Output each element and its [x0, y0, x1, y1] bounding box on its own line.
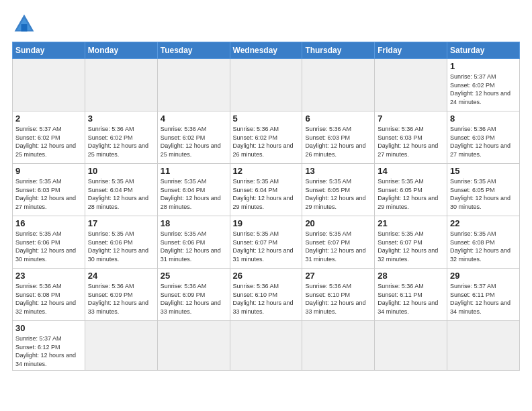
day-info: Sunrise: 5:36 AMSunset: 6:02 PMDaylight:… — [233, 125, 300, 158]
week-row-3: 16Sunrise: 5:35 AMSunset: 6:06 PMDayligh… — [13, 216, 520, 269]
day-number: 14 — [378, 166, 444, 176]
calendar-cell: 6Sunrise: 5:36 AMSunset: 6:03 PMDaylight… — [302, 111, 375, 164]
day-info: Sunrise: 5:36 AMSunset: 6:10 PMDaylight:… — [305, 282, 371, 316]
calendar-cell: 10Sunrise: 5:35 AMSunset: 6:04 PMDayligh… — [85, 164, 157, 216]
svg-rect-2 — [21, 24, 28, 32]
day-info: Sunrise: 5:35 AMSunset: 6:04 PMDaylight:… — [88, 177, 154, 211]
calendar-cell — [13, 59, 85, 111]
calendar-cell: 20Sunrise: 5:35 AMSunset: 6:07 PMDayligh… — [302, 216, 375, 269]
weekday-header-friday: Friday — [375, 42, 447, 59]
day-number: 11 — [161, 166, 227, 176]
day-number: 10 — [88, 166, 154, 176]
day-info: Sunrise: 5:35 AMSunset: 6:03 PMDaylight:… — [15, 177, 82, 211]
calendar: SundayMondayTuesdayWednesdayThursdayFrid… — [12, 42, 520, 371]
day-number: 8 — [450, 113, 517, 124]
day-info: Sunrise: 5:36 AMSunset: 6:09 PMDaylight:… — [161, 282, 227, 316]
day-number: 21 — [378, 218, 444, 228]
calendar-cell: 8Sunrise: 5:36 AMSunset: 6:03 PMDaylight… — [447, 111, 520, 164]
calendar-cell — [157, 321, 230, 371]
day-number: 23 — [15, 271, 82, 281]
day-info: Sunrise: 5:36 AMSunset: 6:11 PMDaylight:… — [378, 282, 444, 316]
day-info: Sunrise: 5:37 AMSunset: 6:12 PMDaylight:… — [15, 334, 82, 368]
calendar-cell: 16Sunrise: 5:35 AMSunset: 6:06 PMDayligh… — [13, 216, 85, 269]
day-number: 15 — [450, 166, 517, 176]
calendar-cell: 17Sunrise: 5:35 AMSunset: 6:06 PMDayligh… — [85, 216, 157, 269]
calendar-cell — [302, 321, 375, 371]
calendar-cell: 12Sunrise: 5:35 AMSunset: 6:04 PMDayligh… — [230, 164, 302, 216]
calendar-cell: 13Sunrise: 5:35 AMSunset: 6:05 PMDayligh… — [302, 164, 375, 216]
calendar-cell — [230, 321, 302, 371]
day-number: 2 — [15, 113, 82, 124]
day-info: Sunrise: 5:35 AMSunset: 6:08 PMDaylight:… — [450, 230, 517, 263]
page: SundayMondayTuesdayWednesdayThursdayFrid… — [0, 0, 532, 411]
calendar-cell: 3Sunrise: 5:36 AMSunset: 6:02 PMDaylight… — [85, 111, 157, 164]
calendar-cell: 14Sunrise: 5:35 AMSunset: 6:05 PMDayligh… — [375, 164, 447, 216]
day-info: Sunrise: 5:36 AMSunset: 6:02 PMDaylight:… — [88, 125, 154, 158]
calendar-cell — [375, 59, 447, 111]
day-number: 5 — [233, 113, 300, 124]
day-number: 22 — [450, 218, 517, 228]
day-number: 24 — [88, 271, 154, 281]
day-info: Sunrise: 5:35 AMSunset: 6:07 PMDaylight:… — [233, 230, 300, 263]
calendar-cell — [375, 321, 447, 371]
day-number: 13 — [305, 166, 371, 176]
day-number: 27 — [305, 271, 371, 281]
day-info: Sunrise: 5:36 AMSunset: 6:02 PMDaylight:… — [161, 125, 227, 158]
calendar-cell: 7Sunrise: 5:36 AMSunset: 6:03 PMDaylight… — [375, 111, 447, 164]
day-info: Sunrise: 5:36 AMSunset: 6:03 PMDaylight:… — [450, 125, 517, 158]
day-info: Sunrise: 5:35 AMSunset: 6:06 PMDaylight:… — [15, 230, 82, 263]
day-number: 20 — [305, 218, 371, 228]
calendar-cell: 19Sunrise: 5:35 AMSunset: 6:07 PMDayligh… — [230, 216, 302, 269]
calendar-cell — [85, 59, 157, 111]
day-info: Sunrise: 5:36 AMSunset: 6:09 PMDaylight:… — [88, 282, 154, 316]
calendar-cell: 5Sunrise: 5:36 AMSunset: 6:02 PMDaylight… — [230, 111, 302, 164]
day-number: 4 — [161, 113, 227, 124]
calendar-cell: 28Sunrise: 5:36 AMSunset: 6:11 PMDayligh… — [375, 269, 447, 321]
day-number: 19 — [233, 218, 300, 228]
calendar-cell — [157, 59, 230, 111]
day-number: 17 — [88, 218, 154, 228]
day-info: Sunrise: 5:36 AMSunset: 6:10 PMDaylight:… — [233, 282, 300, 316]
calendar-cell: 15Sunrise: 5:35 AMSunset: 6:05 PMDayligh… — [447, 164, 520, 216]
day-number: 26 — [233, 271, 300, 281]
day-number: 3 — [88, 113, 154, 124]
day-info: Sunrise: 5:37 AMSunset: 6:02 PMDaylight:… — [450, 73, 517, 106]
week-row-2: 9Sunrise: 5:35 AMSunset: 6:03 PMDaylight… — [13, 164, 520, 216]
day-number: 7 — [378, 113, 444, 124]
header — [12, 12, 520, 36]
day-number: 29 — [450, 271, 517, 281]
calendar-cell — [85, 321, 157, 371]
calendar-cell — [230, 59, 302, 111]
weekday-header-thursday: Thursday — [302, 42, 375, 59]
logo-icon — [12, 12, 36, 36]
day-info: Sunrise: 5:35 AMSunset: 6:04 PMDaylight:… — [233, 177, 300, 211]
day-info: Sunrise: 5:37 AMSunset: 6:02 PMDaylight:… — [15, 125, 82, 158]
day-info: Sunrise: 5:35 AMSunset: 6:05 PMDaylight:… — [450, 177, 517, 211]
weekday-header-saturday: Saturday — [447, 42, 520, 59]
weekday-header-monday: Monday — [85, 42, 157, 59]
calendar-cell: 4Sunrise: 5:36 AMSunset: 6:02 PMDaylight… — [157, 111, 230, 164]
day-info: Sunrise: 5:35 AMSunset: 6:05 PMDaylight:… — [305, 177, 371, 211]
day-info: Sunrise: 5:35 AMSunset: 6:06 PMDaylight:… — [88, 230, 154, 263]
day-info: Sunrise: 5:36 AMSunset: 6:03 PMDaylight:… — [378, 125, 444, 158]
day-number: 25 — [161, 271, 227, 281]
day-number: 9 — [15, 166, 82, 176]
calendar-cell: 18Sunrise: 5:35 AMSunset: 6:06 PMDayligh… — [157, 216, 230, 269]
calendar-cell: 24Sunrise: 5:36 AMSunset: 6:09 PMDayligh… — [85, 269, 157, 321]
weekday-header-sunday: Sunday — [13, 42, 85, 59]
day-number: 18 — [161, 218, 227, 228]
calendar-cell: 2Sunrise: 5:37 AMSunset: 6:02 PMDaylight… — [13, 111, 85, 164]
calendar-cell: 9Sunrise: 5:35 AMSunset: 6:03 PMDaylight… — [13, 164, 85, 216]
day-info: Sunrise: 5:35 AMSunset: 6:07 PMDaylight:… — [305, 230, 371, 263]
calendar-cell: 11Sunrise: 5:35 AMSunset: 6:04 PMDayligh… — [157, 164, 230, 216]
week-row-5: 30Sunrise: 5:37 AMSunset: 6:12 PMDayligh… — [13, 321, 520, 371]
calendar-cell: 23Sunrise: 5:36 AMSunset: 6:08 PMDayligh… — [13, 269, 85, 321]
calendar-cell: 26Sunrise: 5:36 AMSunset: 6:10 PMDayligh… — [230, 269, 302, 321]
day-number: 6 — [305, 113, 371, 124]
day-info: Sunrise: 5:36 AMSunset: 6:03 PMDaylight:… — [305, 125, 371, 158]
weekday-header-tuesday: Tuesday — [157, 42, 230, 59]
day-number: 30 — [15, 323, 82, 333]
week-row-1: 2Sunrise: 5:37 AMSunset: 6:02 PMDaylight… — [13, 111, 520, 164]
day-info: Sunrise: 5:36 AMSunset: 6:08 PMDaylight:… — [15, 282, 82, 316]
week-row-4: 23Sunrise: 5:36 AMSunset: 6:08 PMDayligh… — [13, 269, 520, 321]
